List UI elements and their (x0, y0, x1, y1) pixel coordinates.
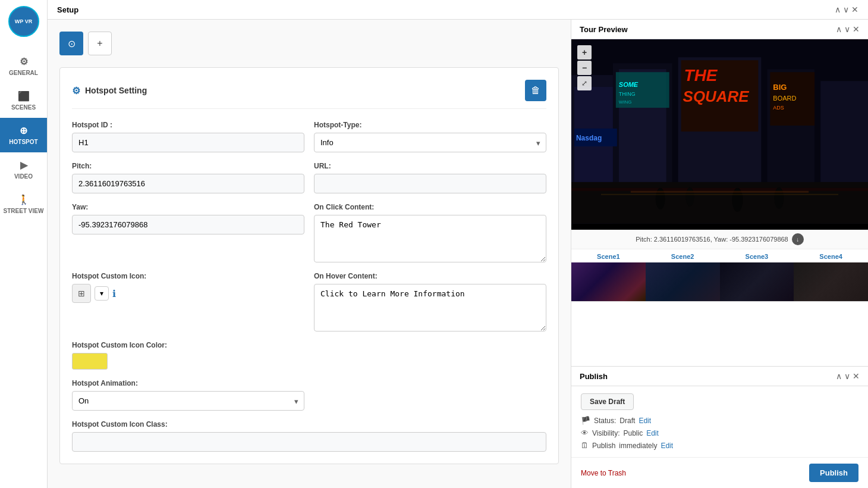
publish-title: Publish (580, 372, 608, 381)
hotspot-custom-class-input[interactable] (72, 432, 546, 452)
hotspot-type-group: Hotspot-Type: Info URL Scene (314, 121, 546, 152)
setup-down-button[interactable]: ∨ (843, 5, 849, 14)
publish-close-button[interactable]: ✕ (853, 371, 860, 381)
status-label: Status: (594, 417, 616, 425)
visibility-edit-link[interactable]: Edit (646, 429, 659, 437)
scene1-label: Scene1 (571, 249, 646, 262)
publish-time-label: Publish (592, 442, 615, 450)
svg-text:SOME: SOME (619, 81, 639, 88)
hotspot-url-group: URL: (314, 162, 546, 193)
hotspot-custom-class-group: Hotspot Custom Icon Class: (72, 420, 546, 452)
svg-text:THING: THING (619, 91, 636, 97)
svg-text:BIG: BIG (773, 83, 787, 92)
preview-up-button[interactable]: ∧ (836, 24, 842, 34)
hotspot-delete-button[interactable]: 🗑 (525, 80, 546, 101)
hotspot-type-select-wrapper: Info URL Scene (314, 133, 546, 152)
preview-down-button[interactable]: ∨ (844, 24, 850, 34)
hotspot-animation-select[interactable]: On Off (72, 391, 304, 411)
setup-controls: ∧ ∨ ✕ (835, 5, 858, 14)
sidebar-item-label: Video (14, 173, 33, 180)
publish-up-button[interactable]: ∧ (836, 371, 842, 381)
zoom-out-button[interactable]: − (577, 61, 592, 75)
scene-active-tab[interactable]: ⊙ (59, 32, 83, 55)
pitch-yaw-arrow-icon: ↓ (792, 233, 804, 245)
hotspot-onclick-textarea[interactable]: The Red Tower (314, 215, 546, 262)
scene-tabs-bar: ⊙ + (59, 32, 559, 55)
setup-close-button[interactable]: ✕ (851, 5, 858, 14)
hotspot-animation-group: Hotspot Animation: On Off (72, 379, 304, 411)
hotspot-icon-color-group: Hotspot Custom Icon Color: (72, 341, 304, 370)
hotspot-url-label: URL: (314, 162, 546, 170)
hotspot-form: Hotspot ID : Hotspot-Type: Info URL Scen… (72, 121, 546, 452)
svg-point-26 (774, 187, 784, 209)
publish-footer: Move to Trash Publish (571, 457, 868, 488)
fullscreen-button[interactable]: ⤢ (577, 76, 592, 90)
hotspot-pitch-group: Pitch: (72, 162, 304, 193)
scenes-icon: ⬛ (18, 90, 30, 102)
svg-rect-27 (631, 191, 809, 193)
sidebar-item-hotspot[interactable]: ⊕ Hotspot (0, 118, 47, 152)
hotspot-onclick-label: On Click Content: (314, 203, 546, 211)
hotspot-icon-info-icon[interactable]: ℹ (112, 288, 116, 299)
hotspot-id-input[interactable] (72, 133, 304, 152)
hotspot-panel-title: ⚙ Hotspot Setting (72, 85, 147, 96)
tour-preview-section: Tour Preview ∧ ∨ ✕ (571, 20, 868, 366)
status-edit-link[interactable]: Edit (639, 417, 651, 425)
svg-rect-22 (571, 188, 868, 191)
sidebar: WP VR ⚙ General ⬛ Scenes ⊕ Hotspot ▶ Vid… (0, 0, 48, 488)
publish-time-value: immediately (619, 442, 657, 450)
publish-button[interactable]: Publish (809, 464, 858, 482)
publish-body: Save Draft 🏴 Status: Draft Edit 👁 Visibi… (571, 386, 868, 457)
publish-time-row: 🗓 Publish immediately Edit (581, 441, 858, 450)
publish-time-edit-link[interactable]: Edit (661, 442, 673, 450)
scene3-label: Scene3 (720, 249, 794, 262)
save-draft-button[interactable]: Save Draft (581, 393, 634, 410)
tour-preview-controls: ∧ ∨ ✕ (836, 24, 860, 34)
logo: WP VR (8, 6, 39, 37)
hotspot-type-select[interactable]: Info URL Scene (314, 133, 546, 152)
hotspot-url-input[interactable] (314, 174, 546, 193)
publish-meta: 🏴 Status: Draft Edit 👁 Visibility: Publi… (581, 416, 858, 450)
hotspot-type-label: Hotspot-Type: (314, 121, 546, 129)
preview-close-button[interactable]: ✕ (853, 24, 860, 34)
scene4-thumbnail (794, 262, 868, 301)
hotspot-icon-row: ⊞ ▾ ℹ (72, 284, 304, 303)
scene-item-3[interactable]: Scene3 (720, 249, 794, 301)
hotspot-yaw-group: Yaw: (72, 203, 304, 262)
scene2-thumbnail (646, 262, 720, 301)
scene-add-tab[interactable]: + (88, 32, 112, 55)
sidebar-item-video[interactable]: ▶ Video (0, 152, 47, 187)
sidebar-item-street-view[interactable]: 🚶 Street View (0, 187, 47, 221)
hotspot-icon-color-label: Hotspot Custom Icon Color: (72, 341, 304, 349)
hotspot-animation-label: Hotspot Animation: (72, 379, 304, 387)
hotspot-pitch-input[interactable] (72, 174, 304, 193)
status-icon: 🏴 (581, 416, 590, 425)
publish-controls: ∧ ∨ ✕ (836, 371, 860, 381)
svg-text:BOARD: BOARD (773, 95, 796, 102)
scene-item-4[interactable]: Scene4 (794, 249, 868, 301)
visibility-icon: 👁 (581, 428, 589, 437)
move-to-trash-link[interactable]: Move to Trash (581, 469, 626, 477)
sidebar-item-general[interactable]: ⚙ General (0, 49, 47, 83)
scene-item-1[interactable]: Scene1 (571, 249, 646, 301)
zoom-in-button[interactable]: + (577, 45, 592, 60)
hotspot-pitch-label: Pitch: (72, 162, 304, 170)
svg-text:SQUARE: SQUARE (683, 88, 750, 105)
hotspot-icon-picker-button[interactable]: ⊞ (72, 284, 91, 303)
right-panel: Tour Preview ∧ ∨ ✕ (571, 20, 868, 488)
hotspot-settings-icon: ⚙ (72, 85, 80, 96)
hotspot-yaw-input[interactable] (72, 215, 304, 234)
visibility-value: Public (623, 429, 643, 437)
scene-item-2[interactable]: Scene2 (646, 249, 720, 301)
sidebar-item-scenes[interactable]: ⬛ Scenes (0, 83, 47, 118)
setup-up-button[interactable]: ∧ (835, 5, 841, 14)
scene2-label: Scene2 (646, 249, 720, 262)
svg-text:WING: WING (619, 99, 632, 105)
publish-down-button[interactable]: ∨ (844, 371, 850, 381)
hotspot-onclick-group: On Click Content: The Red Tower (314, 203, 546, 262)
hotspot-icon-dropdown[interactable]: ▾ (95, 286, 109, 301)
svg-rect-28 (601, 194, 838, 195)
hotspot-icon-color-swatch[interactable] (72, 353, 108, 370)
hotspot-onhover-textarea[interactable]: Click to Learn More Information (314, 284, 546, 331)
hotspot-onhover-label: On Hover Content: (314, 272, 546, 280)
